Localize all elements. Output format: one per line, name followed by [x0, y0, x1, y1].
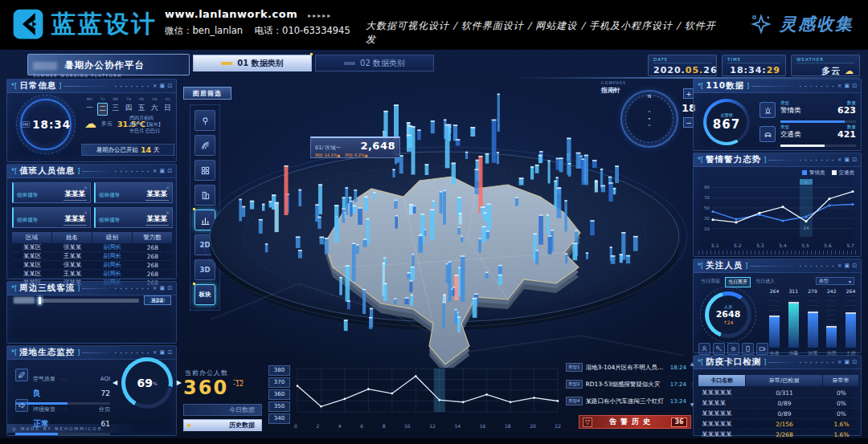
gauge-prev-arrow[interactable]: ◀ [113, 379, 117, 386]
gear-icon: ◎ [12, 426, 18, 431]
expand-icon[interactable]: ⊡ [167, 84, 172, 89]
panel-title: 警情警力态势 [706, 154, 761, 165]
table-row[interactable]: 某某区 张某某 副局长 268 [12, 261, 173, 270]
focus-tab[interactable]: 当日进入 [753, 277, 777, 287]
pin-icon[interactable]: ▣ [845, 263, 850, 269]
weekday-cell[interactable]: SU 日 [162, 97, 173, 116]
alert-item[interactable]: 类型1 湿地3-104片区有不明人员闯入 18:24 [566, 359, 686, 376]
category-dropdown[interactable]: 类型 ▾ [816, 277, 854, 285]
expand-icon[interactable]: ⊡ [852, 263, 857, 269]
top-banner: 蓝蓝设计 www.lanlanwork.com ▸▸▸▸▸ 微信：ben_lan… [0, 0, 868, 50]
traffic-type-row: 类型 交通类 数量 421 [760, 124, 858, 149]
focus-tab[interactable]: 当日滞留 [698, 277, 723, 287]
close-icon[interactable]: × [153, 84, 158, 89]
table-row[interactable]: 某某区 王某某 副局长 268 [12, 270, 173, 279]
pin-icon[interactable]: ▣ [845, 360, 850, 365]
alert-history-button[interactable]: ▽ 告警历史 36 [579, 415, 691, 429]
duty-leader-card[interactable]: 值班领导 × 某某某 [94, 207, 173, 228]
alarm-type-row: 类型 警情类 数量 623 [760, 100, 858, 124]
office-x-labels: 0246810121416182022 [294, 423, 561, 429]
date-month: 05. [686, 65, 704, 75]
scroll-down-icon[interactable]: ▼ [690, 401, 694, 407]
duty-leader-card[interactable]: 值班领导 × 某某某 [94, 182, 173, 203]
bottom-console: 当前办公人数 360 -12 今日数据 历史数据 380370360350340… [180, 357, 693, 439]
inspiration-collect[interactable]: 灵感收集 [749, 12, 854, 36]
focus-bar[interactable]: 264上访 [844, 288, 858, 357]
alert-list: 类型1 湿地3-104片区有不明人员闯入 18:24 类型2 RD13-53烟感… [566, 359, 686, 409]
y-tick-chip: 380 [268, 365, 290, 376]
expand-icon[interactable]: ⊡ [167, 286, 172, 291]
weekday-cell[interactable]: MO 一 [84, 97, 95, 116]
pin-icon[interactable]: ▣ [160, 169, 166, 174]
weekday-cell[interactable]: WE 三 [110, 97, 121, 116]
alert-time: 17:24 [670, 381, 686, 388]
tick-decor [698, 251, 856, 255]
data-category-tab[interactable]: 02 数据类别 [315, 55, 434, 71]
weekday-cell[interactable]: SA 六 [149, 97, 160, 116]
column-header[interactable]: 级别 [92, 232, 132, 243]
alert-item[interactable]: 类型2 RD13-53烟感报警疑似火灾 17:24 [566, 376, 686, 393]
scroll-up-icon[interactable]: ▲ [690, 360, 694, 366]
redacted-line-label [14, 297, 35, 303]
focus-bar[interactable]: 311涉毒 [787, 288, 800, 357]
column-header[interactable]: 区域 [12, 232, 51, 243]
key-icon[interactable] [713, 343, 725, 355]
pin-icon[interactable]: ▣ [160, 350, 166, 356]
panel-title: 关注人员 [706, 260, 743, 271]
office-days-banner: 暑期办公已开始 14 天 [81, 144, 174, 156]
phone-text: 电话：010-63334945 [255, 25, 350, 36]
trend-line-chart: 9070503010▾24 [697, 176, 858, 243]
history-data-button[interactable]: 历史数据 [183, 419, 262, 431]
trend-x-labels: 5.15.25.35.45.55.65.7 [711, 242, 854, 248]
close-icon[interactable]: × [153, 350, 158, 356]
duty-leader-card[interactable]: 值班领导 × 某某某 [12, 207, 91, 228]
website-url[interactable]: www.lanlanwork.com [165, 8, 297, 20]
panel-title: 周边三线客流 [19, 283, 75, 294]
expand-icon[interactable]: ⊡ [852, 360, 857, 365]
today-data-button[interactable]: 今日数据 [183, 404, 262, 416]
target-icon[interactable] [727, 343, 739, 355]
camera-icon[interactable] [756, 343, 768, 355]
close-icon[interactable]: × [153, 169, 158, 174]
focus-bar[interactable]: 242涉恐 [825, 288, 838, 357]
table-row[interactable]: 某某区 张某某 副局长 268 [12, 243, 173, 252]
cloud-icon: ☁ [845, 66, 854, 76]
table-row[interactable]: 某某某某某 0/311 0% [698, 388, 859, 398]
weekday-cell[interactable]: TH 四 [123, 97, 133, 116]
alert-item[interactable]: 类型4 某路口有小汽车连闯三个红灯 13:24 [566, 393, 686, 409]
data-category-tab[interactable]: 01 数据类别 [193, 55, 312, 71]
close-icon[interactable]: × [153, 286, 158, 291]
weekday-cell[interactable]: TU 二 [97, 97, 108, 116]
focus-bar[interactable]: 264在逃 [768, 288, 781, 357]
focus-bar[interactable]: 279涉黑 [806, 288, 820, 357]
table-row[interactable]: 某某某某 0/89 0% [698, 398, 859, 409]
table-row[interactable]: 某某某某某 0/89 0% [698, 409, 859, 419]
y-tick-chip: 360 [268, 389, 290, 400]
weekday-cell[interactable]: FR 五 [137, 97, 147, 116]
close-icon[interactable]: × [837, 263, 842, 269]
close-icon[interactable]: × [837, 360, 842, 365]
expand-icon[interactable]: ⊡ [852, 157, 857, 163]
pin-icon[interactable]: ▣ [845, 84, 850, 89]
pin-icon[interactable]: ▣ [845, 157, 850, 163]
focus-tabs: 当日滞留当日离开当日进入 [698, 277, 777, 287]
pin-icon[interactable]: ▣ [160, 84, 166, 89]
expand-icon[interactable]: ⊡ [852, 84, 857, 89]
close-icon[interactable]: × [837, 84, 842, 89]
duty-leader-card[interactable]: 值班领导 × 某某某 [12, 182, 91, 203]
warning-triangle-icon: ▽ [583, 418, 592, 427]
alert-time: 18:24 [670, 365, 686, 371]
personnel-count: 2648 [716, 309, 741, 320]
column-header[interactable]: 姓名 [52, 232, 92, 243]
expand-icon[interactable]: ⊡ [167, 350, 172, 356]
column-header[interactable]: 警力数 [133, 232, 172, 243]
compass-dial[interactable]: N ⌃∙⌄ [620, 90, 678, 148]
expand-icon[interactable]: ⊡ [167, 169, 172, 174]
pin-icon[interactable]: ▣ [160, 286, 166, 291]
battery-icon[interactable] [742, 343, 754, 355]
table-row[interactable]: 某某区 王某某 副局长 268 [12, 252, 173, 261]
table-row[interactable]: 某某某某某 2/156 1.6% [698, 419, 859, 430]
close-icon[interactable]: × [837, 157, 842, 163]
alert-tag: 类型4 [566, 397, 583, 405]
person-icon[interactable] [698, 343, 710, 355]
